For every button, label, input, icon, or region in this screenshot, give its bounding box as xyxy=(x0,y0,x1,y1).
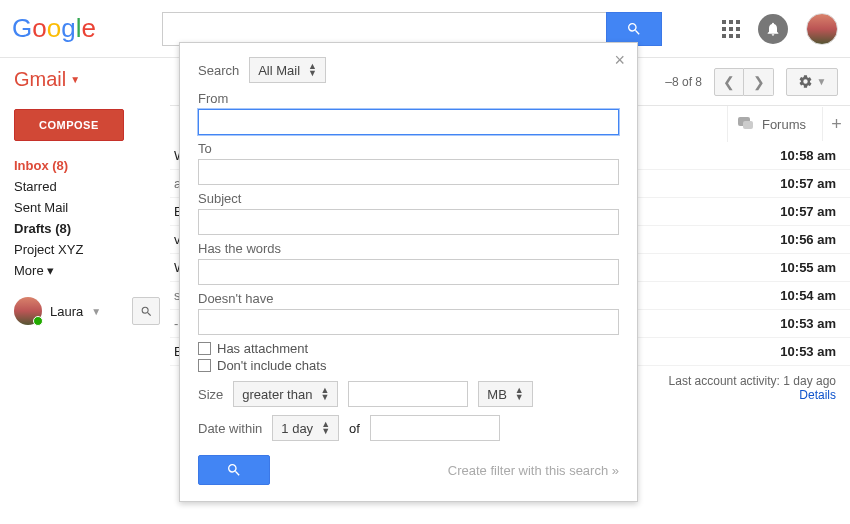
search-scope-select[interactable]: All Mail▲▼ xyxy=(249,57,326,83)
sidebar-item-2[interactable]: Sent Mail xyxy=(14,197,170,218)
google-logo[interactable]: Google xyxy=(12,13,162,44)
gmail-product-switcher[interactable]: Gmail▼ xyxy=(14,68,170,91)
sidebar-item-3[interactable]: Drafts (8) xyxy=(14,218,170,239)
chevron-down-icon[interactable]: ▼ xyxy=(91,306,101,317)
add-category-button[interactable]: + xyxy=(822,107,850,141)
hangouts-avatar[interactable] xyxy=(14,297,42,325)
gear-icon xyxy=(798,74,813,89)
from-label: From xyxy=(198,91,619,106)
subject-input[interactable] xyxy=(198,209,619,235)
subject-label: Subject xyxy=(198,191,619,206)
activity-text: Last account activity: 1 day ago xyxy=(669,374,836,388)
has-attachment-checkbox[interactable]: Has attachment xyxy=(198,341,619,356)
category-forums-tab[interactable]: Forums xyxy=(727,106,822,142)
no-chats-checkbox[interactable]: Don't include chats xyxy=(198,358,619,373)
doesnt-have-label: Doesn't have xyxy=(198,291,619,306)
mail-time: 10:57 am xyxy=(760,176,836,191)
search-button[interactable] xyxy=(606,12,662,46)
sidebar: Gmail▼ COMPOSE Inbox (8)StarredSent Mail… xyxy=(0,58,170,410)
size-value-input[interactable] xyxy=(348,381,468,407)
search-bar xyxy=(162,12,662,46)
sidebar-item-1[interactable]: Starred xyxy=(14,176,170,197)
mail-count: –8 of 8 xyxy=(665,75,702,89)
mail-time: 10:57 am xyxy=(760,204,836,219)
checkbox-icon xyxy=(198,342,211,355)
search-input[interactable] xyxy=(162,12,606,46)
checkbox-icon xyxy=(198,359,211,372)
mail-time: 10:54 am xyxy=(760,288,836,303)
mail-time: 10:53 am xyxy=(760,316,836,331)
compose-button[interactable]: COMPOSE xyxy=(14,109,124,141)
hangouts-user-name: Laura xyxy=(50,304,83,319)
mail-time: 10:58 am xyxy=(760,148,836,163)
size-unit-select[interactable]: MB▲▼ xyxy=(478,381,532,407)
close-icon[interactable]: × xyxy=(614,51,625,69)
size-label: Size xyxy=(198,387,223,402)
to-input[interactable] xyxy=(198,159,619,185)
settings-button[interactable]: ▼ xyxy=(786,68,838,96)
account-avatar[interactable] xyxy=(806,13,838,45)
older-button[interactable]: ❯ xyxy=(744,68,774,96)
size-operator-select[interactable]: greater than▲▼ xyxy=(233,381,338,407)
hangouts-search-button[interactable] xyxy=(132,297,160,325)
has-words-input[interactable] xyxy=(198,259,619,285)
details-link[interactable]: Details xyxy=(799,388,836,402)
sidebar-item-4[interactable]: Project XYZ xyxy=(14,239,170,260)
has-words-label: Has the words xyxy=(198,241,619,256)
search-icon xyxy=(140,305,153,318)
apps-icon[interactable] xyxy=(722,20,740,38)
from-input[interactable] xyxy=(198,109,619,135)
advanced-search-panel: × Search All Mail▲▼ From To Subject Has … xyxy=(179,42,638,410)
mail-time: 10:53 am xyxy=(760,344,836,359)
notifications-icon[interactable] xyxy=(758,14,788,44)
newer-button[interactable]: ❮ xyxy=(714,68,744,96)
sidebar-item-0[interactable]: Inbox (8) xyxy=(14,155,170,176)
sidebar-item-5[interactable]: More ▾ xyxy=(14,260,170,281)
mail-time: 10:55 am xyxy=(760,260,836,275)
search-scope-label: Search xyxy=(198,63,239,78)
search-icon xyxy=(626,21,642,37)
to-label: To xyxy=(198,141,619,156)
doesnt-have-input[interactable] xyxy=(198,309,619,335)
forums-icon xyxy=(738,117,754,131)
mail-time: 10:56 am xyxy=(760,232,836,247)
